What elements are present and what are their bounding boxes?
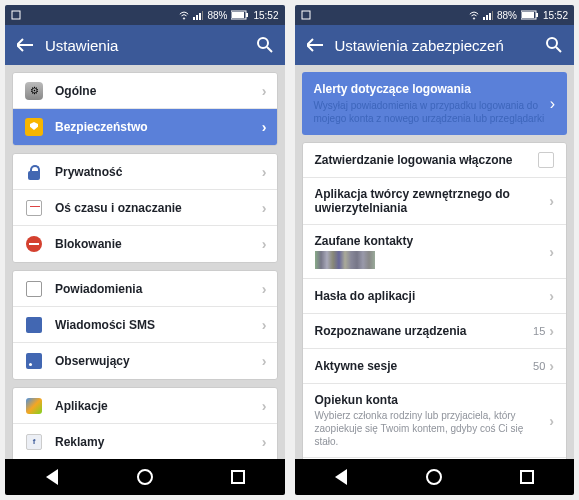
svg-rect-2 [196,15,198,20]
login-alerts-item[interactable]: Alerty dotyczące logowania Wysyłaj powia… [302,72,568,135]
sessions-count: 50 [533,360,545,372]
wifi-icon [179,10,189,20]
trusted-contacts-item[interactable]: Zaufane kontakty › [303,225,567,279]
chevron-right-icon: › [549,358,554,374]
chevron-right-icon: › [549,413,554,429]
screenshot-icon [11,10,21,20]
app-passwords-item[interactable]: Hasła do aplikacji › [303,279,567,314]
chevron-right-icon: › [549,288,554,304]
settings-item-security[interactable]: Bezpieczeństwo › [13,109,277,145]
settings-item-sms[interactable]: Wiadomości SMS › [13,307,277,343]
signal-icon [193,10,203,20]
code-generator-item[interactable]: Aplikacja twórcy zewnętrznego do uwierzy… [303,178,567,225]
svg-rect-3 [199,13,201,20]
svg-rect-6 [232,12,244,18]
clock: 15:52 [543,10,568,21]
app-bar: Ustawienia zabezpieczeń [295,25,575,65]
login-approval-item[interactable]: Zatwierdzanie logowania włączone [303,143,567,178]
phone-right: 88% 15:52 Ustawienia zabezpieczeń Alerty… [295,5,575,495]
app-bar: Ustawienia [5,25,285,65]
nav-home[interactable] [134,466,156,488]
nav-recent[interactable] [227,466,249,488]
chevron-right-icon: › [262,317,267,333]
rss-icon [23,350,45,372]
settings-item-apps[interactable]: Aplikacje › [13,388,277,424]
chevron-right-icon: › [262,434,267,450]
wifi-icon [469,10,479,20]
nav-bar [295,459,575,495]
nav-bar [5,459,285,495]
back-button[interactable] [15,37,35,53]
chevron-right-icon: › [262,281,267,297]
login-alerts-title: Alerty dotyczące logowania [314,82,550,96]
security-settings: Alerty dotyczące logowania Wysyłaj powia… [295,65,575,459]
active-sessions-item[interactable]: Aktywne sesje 50 › [303,349,567,384]
phone-left: 88% 15:52 Ustawienia ⚙ Ogólne › [5,5,285,495]
battery-percent: 88% [497,10,517,21]
svg-rect-10 [302,11,310,19]
chevron-right-icon: › [262,398,267,414]
svg-rect-14 [492,11,493,20]
approval-checkbox[interactable] [538,152,554,168]
chevron-right-icon: › [262,236,267,252]
settings-item-privacy[interactable]: Prywatność › [13,154,277,190]
search-button[interactable] [544,37,564,53]
svg-rect-12 [486,15,488,20]
svg-rect-17 [536,13,538,17]
timeline-icon [23,197,45,219]
lock-icon [23,161,45,183]
status-bar: 88% 15:52 [295,5,575,25]
apps-icon [23,395,45,417]
login-alerts-desc: Wysyłaj powiadomienia w przypadku logowa… [314,99,550,125]
svg-rect-4 [202,11,203,20]
battery-icon [521,10,539,20]
shield-icon [23,116,45,138]
trusted-contacts-preview [315,251,375,269]
chevron-right-icon: › [262,164,267,180]
sms-icon [23,314,45,336]
chevron-right-icon: › [262,83,267,99]
chevron-right-icon: › [549,323,554,339]
svg-rect-7 [246,13,248,17]
nav-back[interactable] [41,466,63,488]
bell-icon [23,278,45,300]
settings-item-notifications[interactable]: Powiadomienia › [13,271,277,307]
chevron-right-icon: › [262,353,267,369]
search-button[interactable] [255,37,275,53]
svg-point-18 [547,38,557,48]
settings-item-followers[interactable]: Obserwujący › [13,343,277,379]
nav-home[interactable] [423,466,445,488]
svg-point-8 [258,38,268,48]
page-title: Ustawienia [35,37,255,54]
settings-item-ads[interactable]: f Reklamy › [13,424,277,459]
settings-item-blocking[interactable]: Blokowanie › [13,226,277,262]
ads-icon: f [23,431,45,453]
nav-back[interactable] [330,466,352,488]
screenshot-icon [301,10,311,20]
signal-icon [483,10,493,20]
nav-recent[interactable] [516,466,538,488]
recognized-devices-item[interactable]: Rozpoznawane urządzenia 15 › [303,314,567,349]
chevron-right-icon: › [549,193,554,209]
svg-rect-16 [522,12,534,18]
settings-item-timeline[interactable]: Oś czasu i oznaczanie › [13,190,277,226]
back-button[interactable] [305,37,325,53]
chevron-right-icon: › [549,244,554,260]
battery-icon [231,10,249,20]
clock: 15:52 [253,10,278,21]
chevron-right-icon: › [262,119,267,135]
svg-rect-11 [483,17,485,20]
status-bar: 88% 15:52 [5,5,285,25]
chevron-right-icon: › [262,200,267,216]
svg-rect-13 [489,13,491,20]
svg-line-19 [556,47,561,52]
legacy-contact-item[interactable]: Opiekun konta Wybierz członka rodziny lu… [303,384,567,458]
svg-rect-1 [193,17,195,20]
page-title: Ustawienia zabezpieczeń [325,37,545,54]
block-icon [23,233,45,255]
settings-item-general[interactable]: ⚙ Ogólne › [13,73,277,109]
devices-count: 15 [533,325,545,337]
gear-icon: ⚙ [23,80,45,102]
chevron-right-icon: › [550,95,555,113]
svg-line-9 [267,47,272,52]
